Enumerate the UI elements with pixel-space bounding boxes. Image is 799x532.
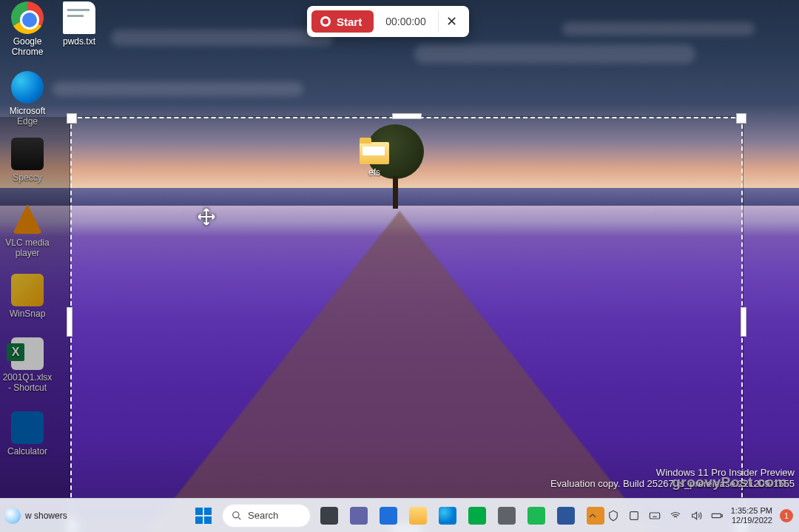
svg-rect-1 <box>630 512 638 520</box>
edge-icon <box>439 507 456 525</box>
cloud-decor <box>562 22 755 36</box>
desktop-icon-label: Speccy <box>0 172 55 183</box>
cloud-decor <box>111 30 333 46</box>
taskbar-pin-terminal[interactable] <box>465 503 490 528</box>
taskbar-system-tray[interactable]: 1:35:25 PM 12/19/2022 1 <box>586 499 793 532</box>
taskbar-pin-chat[interactable] <box>346 503 371 528</box>
taskbar-center: Search <box>191 503 608 528</box>
tray-app-icon[interactable] <box>627 509 641 522</box>
vlc-icon <box>13 204 42 234</box>
taskbar-pin-word[interactable] <box>553 503 579 528</box>
desktop-icon-vlc[interactable]: VLC media player <box>0 203 55 258</box>
desktop-icon-label: 2001Q1.xlsx - Shortcut <box>0 372 55 393</box>
resize-handle-w[interactable] <box>67 307 73 337</box>
word-icon <box>557 507 575 525</box>
resize-handle-ne[interactable] <box>736 113 746 124</box>
edge-icon <box>11 71 44 104</box>
desktop-icon-calculator[interactable]: Calculator <box>0 411 55 457</box>
tray-battery-icon[interactable] <box>710 509 724 522</box>
desktop-icon-label: Calculator <box>0 446 55 457</box>
taskbar-pin-file-explorer[interactable] <box>405 503 431 528</box>
chat-icon <box>350 507 368 525</box>
weather-icon <box>4 508 21 524</box>
svg-point-0 <box>233 511 239 517</box>
record-icon <box>320 16 331 27</box>
file-explorer-icon <box>409 507 427 525</box>
recorder-close-button[interactable]: ✕ <box>438 10 465 33</box>
desktop-icon-chrome[interactable]: Google Chrome <box>0 1 55 57</box>
desktop-icon-winsnap[interactable]: WinSnap <box>0 274 55 319</box>
desktop-icon-speccy[interactable]: Speccy <box>0 138 55 183</box>
chrome-icon <box>11 1 44 34</box>
resize-handle-n[interactable] <box>392 113 422 119</box>
desktop-icon-xlsx-shortcut[interactable]: 2001Q1.xlsx - Shortcut <box>0 337 55 393</box>
excel-file-icon <box>11 337 44 370</box>
svg-rect-4 <box>721 515 722 517</box>
tray-overflow-chevron-icon[interactable] <box>586 509 599 522</box>
text-file-icon <box>63 1 95 34</box>
tray-volume-icon[interactable] <box>690 509 703 522</box>
taskbar[interactable]: w showers Search 1:35:25 PM 12/19/2022 <box>0 498 799 532</box>
desktop-icon-label: WinSnap <box>0 309 55 319</box>
taskbar-search[interactable]: Search <box>222 504 311 528</box>
record-start-label: Start <box>337 16 362 28</box>
winsnap-icon <box>11 274 44 306</box>
speccy-icon <box>11 138 44 170</box>
resize-handle-e[interactable] <box>741 307 746 337</box>
desktop-icon-label: Google Chrome <box>0 36 55 57</box>
microsoft-store-icon <box>380 507 397 525</box>
spotify-icon <box>527 507 545 525</box>
terminal-icon <box>468 507 486 525</box>
taskbar-clock[interactable]: 1:35:25 PM 12/19/2022 <box>731 506 772 525</box>
taskbar-pin-edge[interactable] <box>435 503 460 528</box>
recording-selection-region[interactable] <box>70 117 743 527</box>
record-timer: 00:00:00 <box>374 16 438 27</box>
desktop[interactable]: Google Chrome pwds.txt Microsoft Edge Sp… <box>0 0 799 532</box>
desktop-icon-pwds-txt[interactable]: pwds.txt <box>52 1 107 47</box>
settings-icon <box>498 507 516 525</box>
cloud-decor <box>52 81 303 96</box>
task-view-icon <box>320 507 338 525</box>
desktop-icon-label: VLC media player <box>0 238 55 258</box>
taskbar-pin-spotify[interactable] <box>524 503 549 528</box>
tray-keyboard-icon[interactable] <box>648 509 661 522</box>
taskbar-clock-date: 12/19/2022 <box>731 516 772 525</box>
tray-security-icon[interactable] <box>607 509 620 522</box>
svg-rect-3 <box>712 514 721 517</box>
notification-badge[interactable]: 1 <box>780 509 793 522</box>
resize-handle-nw[interactable] <box>67 113 77 124</box>
windows-logo-icon <box>195 508 212 524</box>
desktop-icon-edge[interactable]: Microsoft Edge <box>0 71 55 127</box>
taskbar-search-label: Search <box>248 510 278 521</box>
cloud-decor <box>414 44 695 64</box>
taskbar-pinned-apps <box>317 503 608 528</box>
start-button[interactable] <box>191 503 216 528</box>
calculator-icon <box>11 411 44 444</box>
desktop-icon-label: Microsoft Edge <box>0 106 55 127</box>
taskbar-pin-microsoft-store[interactable] <box>376 503 401 528</box>
taskbar-pin-task-view[interactable] <box>317 503 342 528</box>
search-icon <box>232 511 242 521</box>
svg-rect-2 <box>650 513 659 519</box>
taskbar-weather-widget[interactable]: w showers <box>4 499 67 532</box>
weather-label: w showers <box>25 511 67 521</box>
record-start-button[interactable]: Start <box>311 10 374 33</box>
taskbar-pin-settings[interactable] <box>494 503 519 528</box>
tray-wifi-icon[interactable] <box>669 509 682 522</box>
taskbar-clock-time: 1:35:25 PM <box>731 506 772 516</box>
screen-recorder-toolbar[interactable]: Start 00:00:00 ✕ <box>307 6 469 37</box>
desktop-icon-label: pwds.txt <box>52 36 107 47</box>
